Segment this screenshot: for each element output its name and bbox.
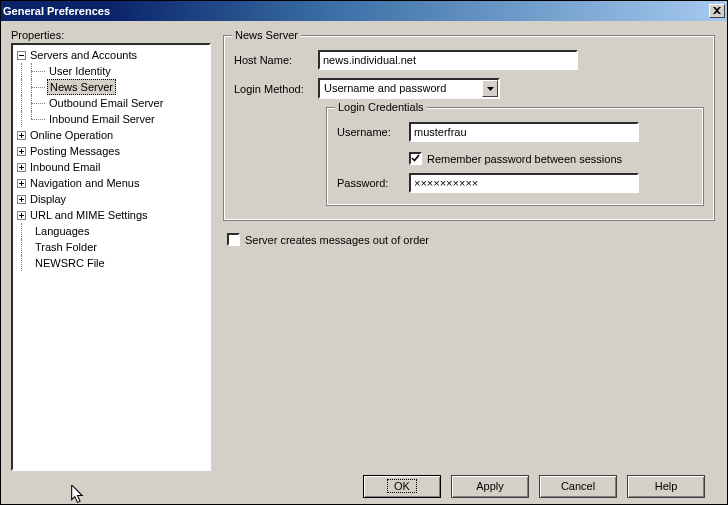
apply-button[interactable]: Apply	[451, 475, 529, 498]
dropdown-button[interactable]	[482, 80, 498, 97]
tree-item-user-identity[interactable]: User Identity	[15, 63, 207, 79]
preferences-window: General Preferences Properties: Servers …	[0, 0, 728, 505]
login-method-value: Username and password	[320, 80, 482, 97]
settings-panel: News Server Host Name: Login Method: Use…	[221, 29, 717, 471]
expand-icon[interactable]	[17, 211, 26, 220]
window-title: General Preferences	[3, 5, 110, 17]
host-name-input[interactable]	[318, 50, 578, 70]
cancel-button[interactable]: Cancel	[539, 475, 617, 498]
ok-button[interactable]: OK	[363, 475, 441, 498]
properties-label: Properties:	[11, 29, 211, 41]
login-method-label: Login Method:	[234, 83, 310, 95]
checkbox-box	[227, 233, 240, 246]
password-input[interactable]	[409, 173, 639, 193]
tree-item-news-server[interactable]: News Server	[15, 79, 207, 95]
collapse-icon[interactable]	[17, 51, 26, 60]
chevron-down-icon	[487, 87, 494, 91]
properties-tree[interactable]: Servers and Accounts User Identity News …	[11, 43, 211, 471]
client-area: Properties: Servers and Accounts User Id…	[1, 21, 727, 504]
tree-item-languages[interactable]: Languages	[15, 223, 207, 239]
tree-item-trash-folder[interactable]: Trash Folder	[15, 239, 207, 255]
properties-panel: Properties: Servers and Accounts User Id…	[11, 29, 211, 471]
tree-item-outbound-email-server[interactable]: Outbound Email Server	[15, 95, 207, 111]
username-label: Username:	[337, 126, 401, 138]
login-method-select[interactable]: Username and password	[318, 78, 500, 99]
out-of-order-checkbox[interactable]: Server creates messages out of order	[227, 233, 429, 246]
username-input[interactable]	[409, 122, 639, 142]
tree-item-navigation-and-menus[interactable]: Navigation and Menus	[15, 175, 207, 191]
checkbox-box	[409, 152, 422, 165]
login-credentials-group: Login Credentials Username:	[326, 107, 704, 206]
cursor-icon	[71, 485, 85, 505]
expand-icon[interactable]	[17, 179, 26, 188]
tree-item-url-and-mime-settings[interactable]: URL and MIME Settings	[15, 207, 207, 223]
tree-item-newsrc-file[interactable]: NEWSRC File	[15, 255, 207, 271]
tree-item-posting-messages[interactable]: Posting Messages	[15, 143, 207, 159]
expand-icon[interactable]	[17, 131, 26, 140]
tree-item-online-operation[interactable]: Online Operation	[15, 127, 207, 143]
close-icon	[713, 7, 721, 14]
news-server-legend: News Server	[232, 29, 301, 41]
login-credentials-legend: Login Credentials	[335, 101, 427, 113]
tree-item-inbound-email[interactable]: Inbound Email	[15, 159, 207, 175]
checkmark-icon	[411, 154, 420, 163]
host-name-label: Host Name:	[234, 54, 310, 66]
tree-item-servers-and-accounts[interactable]: Servers and Accounts	[15, 47, 207, 63]
dialog-buttons: OK Apply Cancel Help	[11, 471, 717, 498]
news-server-group: News Server Host Name: Login Method: Use…	[223, 35, 715, 221]
expand-icon[interactable]	[17, 147, 26, 156]
out-of-order-label: Server creates messages out of order	[245, 234, 429, 246]
password-label: Password:	[337, 177, 401, 189]
tree-item-inbound-email-server[interactable]: Inbound Email Server	[15, 111, 207, 127]
expand-icon[interactable]	[17, 163, 26, 172]
remember-password-label: Remember password between sessions	[427, 153, 622, 165]
tree-selected: News Server	[47, 79, 116, 95]
tree-item-display[interactable]: Display	[15, 191, 207, 207]
expand-icon[interactable]	[17, 195, 26, 204]
remember-password-checkbox[interactable]: Remember password between sessions	[409, 152, 622, 165]
close-button[interactable]	[709, 4, 725, 18]
help-button[interactable]: Help	[627, 475, 705, 498]
titlebar[interactable]: General Preferences	[1, 1, 727, 21]
